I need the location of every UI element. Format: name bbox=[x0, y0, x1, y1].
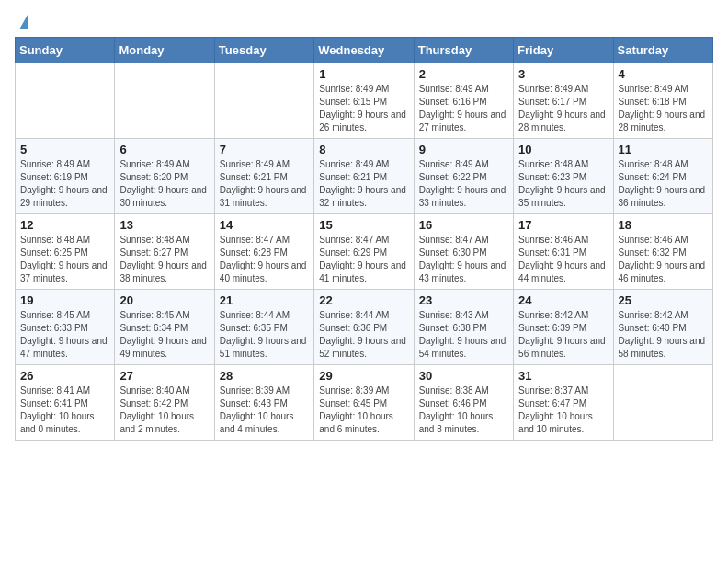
day-number: 9 bbox=[419, 143, 508, 156]
day-info: Sunrise: 8:47 AMSunset: 6:30 PMDaylight:… bbox=[419, 234, 508, 285]
day-number: 7 bbox=[220, 143, 309, 156]
calendar-week-row: 1Sunrise: 8:49 AMSunset: 6:15 PMDaylight… bbox=[16, 63, 713, 139]
day-info: Sunrise: 8:40 AMSunset: 6:42 PMDaylight:… bbox=[119, 385, 209, 436]
day-info: Sunrise: 8:38 AMSunset: 6:46 PMDaylight:… bbox=[419, 385, 508, 436]
calendar-day-cell: 29Sunrise: 8:39 AMSunset: 6:45 PMDayligh… bbox=[314, 365, 414, 441]
day-number: 16 bbox=[419, 218, 508, 232]
day-info: Sunrise: 8:48 AMSunset: 6:23 PMDaylight:… bbox=[518, 158, 608, 210]
calendar-day-cell bbox=[16, 63, 115, 139]
calendar-day-cell bbox=[115, 63, 214, 139]
calendar-day-cell: 6Sunrise: 8:49 AMSunset: 6:20 PMDaylight… bbox=[115, 139, 214, 214]
calendar-day-cell: 13Sunrise: 8:48 AMSunset: 6:27 PMDayligh… bbox=[115, 214, 214, 290]
day-number: 17 bbox=[518, 218, 608, 232]
day-info: Sunrise: 8:49 AMSunset: 6:16 PMDaylight:… bbox=[419, 83, 508, 134]
weekday-header: Wednesday bbox=[314, 38, 414, 63]
calendar-day-cell: 3Sunrise: 8:49 AMSunset: 6:17 PMDaylight… bbox=[514, 63, 613, 139]
day-info: Sunrise: 8:46 AMSunset: 6:31 PMDaylight:… bbox=[518, 234, 608, 285]
day-number: 13 bbox=[119, 218, 209, 232]
day-info: Sunrise: 8:45 AMSunset: 6:33 PMDaylight:… bbox=[20, 309, 109, 361]
day-info: Sunrise: 8:49 AMSunset: 6:17 PMDaylight:… bbox=[518, 83, 608, 134]
day-number: 20 bbox=[119, 293, 209, 307]
calendar-day-cell: 10Sunrise: 8:48 AMSunset: 6:23 PMDayligh… bbox=[514, 139, 613, 214]
weekday-header: Monday bbox=[115, 38, 214, 63]
day-number: 25 bbox=[619, 293, 708, 307]
day-number: 14 bbox=[220, 218, 309, 232]
day-number: 4 bbox=[619, 67, 708, 81]
day-info: Sunrise: 8:48 AMSunset: 6:27 PMDaylight:… bbox=[119, 234, 209, 285]
calendar-day-cell: 27Sunrise: 8:40 AMSunset: 6:42 PMDayligh… bbox=[115, 365, 214, 441]
day-number: 19 bbox=[20, 293, 109, 307]
day-info: Sunrise: 8:41 AMSunset: 6:41 PMDaylight:… bbox=[20, 385, 109, 436]
calendar-day-cell bbox=[613, 365, 712, 441]
day-info: Sunrise: 8:48 AMSunset: 6:25 PMDaylight:… bbox=[20, 234, 109, 285]
day-info: Sunrise: 8:44 AMSunset: 6:35 PMDaylight:… bbox=[220, 309, 309, 361]
calendar-day-cell: 4Sunrise: 8:49 AMSunset: 6:18 PMDaylight… bbox=[613, 63, 712, 139]
day-number: 1 bbox=[319, 67, 408, 81]
calendar-week-row: 12Sunrise: 8:48 AMSunset: 6:25 PMDayligh… bbox=[16, 214, 713, 290]
calendar-day-cell: 14Sunrise: 8:47 AMSunset: 6:28 PMDayligh… bbox=[214, 214, 313, 290]
calendar-day-cell: 23Sunrise: 8:43 AMSunset: 6:38 PMDayligh… bbox=[414, 290, 513, 365]
calendar-day-cell: 16Sunrise: 8:47 AMSunset: 6:30 PMDayligh… bbox=[414, 214, 513, 290]
calendar-day-cell: 1Sunrise: 8:49 AMSunset: 6:15 PMDaylight… bbox=[314, 63, 414, 139]
day-info: Sunrise: 8:44 AMSunset: 6:36 PMDaylight:… bbox=[319, 309, 408, 361]
calendar-day-cell: 28Sunrise: 8:39 AMSunset: 6:43 PMDayligh… bbox=[214, 365, 313, 441]
weekday-header: Friday bbox=[514, 38, 613, 63]
day-info: Sunrise: 8:49 AMSunset: 6:15 PMDaylight:… bbox=[319, 83, 408, 134]
day-number: 28 bbox=[220, 369, 309, 383]
calendar-week-row: 26Sunrise: 8:41 AMSunset: 6:41 PMDayligh… bbox=[16, 365, 713, 441]
weekday-header: Saturday bbox=[613, 38, 712, 63]
day-number: 10 bbox=[518, 143, 608, 156]
logo-triangle-icon bbox=[19, 15, 28, 29]
day-info: Sunrise: 8:45 AMSunset: 6:34 PMDaylight:… bbox=[119, 309, 209, 361]
day-number: 11 bbox=[619, 143, 708, 156]
day-number: 18 bbox=[619, 218, 708, 232]
day-info: Sunrise: 8:43 AMSunset: 6:38 PMDaylight:… bbox=[419, 309, 508, 361]
calendar-day-cell: 18Sunrise: 8:46 AMSunset: 6:32 PMDayligh… bbox=[613, 214, 712, 290]
day-info: Sunrise: 8:49 AMSunset: 6:21 PMDaylight:… bbox=[220, 158, 309, 210]
day-number: 22 bbox=[319, 293, 408, 307]
calendar-day-cell: 11Sunrise: 8:48 AMSunset: 6:24 PMDayligh… bbox=[613, 139, 712, 214]
calendar-week-row: 19Sunrise: 8:45 AMSunset: 6:33 PMDayligh… bbox=[16, 290, 713, 365]
calendar-day-cell: 8Sunrise: 8:49 AMSunset: 6:21 PMDaylight… bbox=[314, 139, 414, 214]
day-number: 29 bbox=[319, 369, 408, 383]
page-header bbox=[15, 15, 713, 29]
weekday-header: Thursday bbox=[414, 38, 513, 63]
day-number: 23 bbox=[419, 293, 508, 307]
day-number: 5 bbox=[20, 143, 109, 156]
calendar-table: SundayMondayTuesdayWednesdayThursdayFrid… bbox=[15, 37, 713, 441]
day-number: 24 bbox=[518, 293, 608, 307]
day-number: 31 bbox=[518, 369, 608, 383]
calendar-header-row: SundayMondayTuesdayWednesdayThursdayFrid… bbox=[16, 38, 713, 63]
calendar-day-cell: 26Sunrise: 8:41 AMSunset: 6:41 PMDayligh… bbox=[16, 365, 115, 441]
weekday-header: Tuesday bbox=[214, 38, 313, 63]
calendar-day-cell: 9Sunrise: 8:49 AMSunset: 6:22 PMDaylight… bbox=[414, 139, 513, 214]
day-info: Sunrise: 8:49 AMSunset: 6:19 PMDaylight:… bbox=[20, 158, 109, 210]
calendar-week-row: 5Sunrise: 8:49 AMSunset: 6:19 PMDaylight… bbox=[16, 139, 713, 214]
calendar-day-cell: 15Sunrise: 8:47 AMSunset: 6:29 PMDayligh… bbox=[314, 214, 414, 290]
weekday-header: Sunday bbox=[16, 38, 115, 63]
day-info: Sunrise: 8:47 AMSunset: 6:29 PMDaylight:… bbox=[319, 234, 408, 285]
calendar-day-cell: 7Sunrise: 8:49 AMSunset: 6:21 PMDaylight… bbox=[214, 139, 313, 214]
day-number: 27 bbox=[119, 369, 209, 383]
day-number: 21 bbox=[220, 293, 309, 307]
day-number: 6 bbox=[119, 143, 209, 156]
day-number: 30 bbox=[419, 369, 508, 383]
day-info: Sunrise: 8:42 AMSunset: 6:40 PMDaylight:… bbox=[619, 309, 708, 361]
calendar-day-cell: 5Sunrise: 8:49 AMSunset: 6:19 PMDaylight… bbox=[16, 139, 115, 214]
calendar-day-cell: 24Sunrise: 8:42 AMSunset: 6:39 PMDayligh… bbox=[514, 290, 613, 365]
calendar-day-cell: 25Sunrise: 8:42 AMSunset: 6:40 PMDayligh… bbox=[613, 290, 712, 365]
day-number: 2 bbox=[419, 67, 508, 81]
day-info: Sunrise: 8:37 AMSunset: 6:47 PMDaylight:… bbox=[518, 385, 608, 436]
day-info: Sunrise: 8:39 AMSunset: 6:45 PMDaylight:… bbox=[319, 385, 408, 436]
day-number: 8 bbox=[319, 143, 408, 156]
calendar-day-cell: 17Sunrise: 8:46 AMSunset: 6:31 PMDayligh… bbox=[514, 214, 613, 290]
calendar-day-cell: 21Sunrise: 8:44 AMSunset: 6:35 PMDayligh… bbox=[214, 290, 313, 365]
day-info: Sunrise: 8:42 AMSunset: 6:39 PMDaylight:… bbox=[518, 309, 608, 361]
day-info: Sunrise: 8:48 AMSunset: 6:24 PMDaylight:… bbox=[619, 158, 708, 210]
calendar-day-cell bbox=[214, 63, 313, 139]
calendar-day-cell: 31Sunrise: 8:37 AMSunset: 6:47 PMDayligh… bbox=[514, 365, 613, 441]
day-info: Sunrise: 8:46 AMSunset: 6:32 PMDaylight:… bbox=[619, 234, 708, 285]
calendar-day-cell: 19Sunrise: 8:45 AMSunset: 6:33 PMDayligh… bbox=[16, 290, 115, 365]
calendar-day-cell: 12Sunrise: 8:48 AMSunset: 6:25 PMDayligh… bbox=[16, 214, 115, 290]
day-info: Sunrise: 8:49 AMSunset: 6:22 PMDaylight:… bbox=[419, 158, 508, 210]
